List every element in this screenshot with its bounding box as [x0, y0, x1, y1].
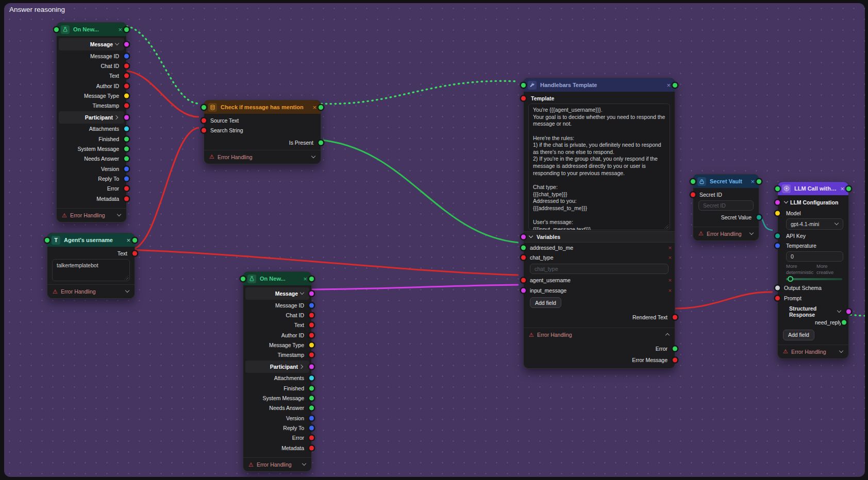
- field-port[interactable]: [309, 386, 314, 390]
- search-string-port[interactable]: [202, 128, 206, 132]
- flow-in-port[interactable]: [775, 186, 780, 191]
- field-port[interactable]: [124, 127, 129, 131]
- error-handling-row[interactable]: ⚠ Error Handling: [204, 150, 321, 164]
- field-port[interactable]: [124, 166, 129, 171]
- field-port[interactable]: [309, 406, 314, 410]
- node-header[interactable]: Check if message has mention ×: [204, 100, 321, 114]
- field-port[interactable]: [124, 136, 129, 141]
- secret-value-port[interactable]: [757, 215, 761, 219]
- error-handling-row[interactable]: ⚠ Error Handling: [243, 457, 311, 471]
- chevron-down-icon[interactable]: [749, 232, 754, 236]
- field-port[interactable]: [309, 353, 314, 357]
- wire-text-agentusername[interactable]: [130, 250, 519, 275]
- flow-out-port[interactable]: [319, 105, 323, 110]
- chat-type-input[interactable]: [530, 264, 669, 274]
- field-port[interactable]: [124, 42, 129, 47]
- field-port[interactable]: [309, 333, 314, 337]
- flow-out-port[interactable]: [132, 238, 137, 243]
- node-agent-username[interactable]: T Agent's username × Text talkertemplate…: [47, 233, 135, 299]
- flow-out-port[interactable]: [846, 186, 851, 191]
- structured-response-port[interactable]: [846, 310, 851, 314]
- error-handling-row[interactable]: ⚠ Error Handling: [57, 208, 126, 222]
- field-port[interactable]: [124, 157, 129, 161]
- flow-out-port[interactable]: [309, 277, 314, 281]
- flow-out-port[interactable]: [124, 27, 129, 32]
- api-key-port[interactable]: [775, 233, 780, 238]
- node-check-mention[interactable]: Check if message has mention × Source Te…: [204, 100, 321, 164]
- field-port[interactable]: [309, 445, 314, 450]
- close-icon[interactable]: ×: [750, 178, 755, 185]
- variables-port[interactable]: [521, 235, 526, 239]
- add-field-button[interactable]: Add field: [783, 330, 814, 340]
- wire-flow-check-handlebars[interactable]: [316, 81, 519, 104]
- node-llm-call[interactable]: LLM Call with St... × LLM Configuration …: [777, 181, 849, 359]
- close-icon[interactable]: ×: [312, 104, 316, 111]
- field-port[interactable]: [309, 313, 314, 317]
- field-port[interactable]: [124, 176, 129, 181]
- node-header[interactable]: LLM Call with St... ×: [778, 182, 848, 195]
- wire-text-searchstring[interactable]: [130, 128, 199, 250]
- add-field-button[interactable]: Add field: [530, 297, 561, 308]
- error-message-port[interactable]: [673, 358, 677, 363]
- delete-variable-icon[interactable]: ×: [669, 277, 672, 283]
- field-port[interactable]: [124, 186, 129, 191]
- field-port[interactable]: [124, 147, 129, 151]
- field-port[interactable]: [309, 425, 314, 430]
- close-icon[interactable]: ×: [303, 276, 307, 282]
- flow-in-port[interactable]: [202, 105, 206, 110]
- field-port[interactable]: [309, 436, 314, 440]
- chevron-down-icon[interactable]: [529, 235, 533, 239]
- llm-config-port[interactable]: [775, 200, 780, 205]
- wire-message-inputmessage[interactable]: [307, 285, 519, 289]
- field-port[interactable]: [309, 342, 314, 347]
- wire-renderedtext-prompt[interactable]: [671, 292, 773, 308]
- flow-in-port[interactable]: [521, 83, 526, 88]
- chevron-down-icon[interactable]: [837, 310, 841, 314]
- error-handling-row[interactable]: ⚠ Error Handling: [524, 328, 675, 341]
- delete-variable-icon[interactable]: ×: [669, 245, 672, 251]
- delete-variable-icon[interactable]: ×: [669, 254, 672, 261]
- field-port[interactable]: [124, 104, 129, 108]
- chat-type-port[interactable]: [521, 255, 526, 260]
- wire-text-sourcetext[interactable]: [122, 71, 199, 117]
- rendered-text-port[interactable]: [673, 315, 677, 319]
- is-present-port[interactable]: [319, 141, 323, 145]
- chevron-down-icon[interactable]: [125, 289, 129, 294]
- flow-out-port[interactable]: [757, 179, 761, 184]
- flow-canvas[interactable]: Answer reasoning On New... × Message: [4, 3, 865, 477]
- model-port[interactable]: [775, 211, 780, 215]
- flow-in-port[interactable]: [241, 277, 245, 281]
- source-text-port[interactable]: [202, 118, 206, 123]
- error-handling-row[interactable]: ⚠ Error Handling: [693, 227, 759, 241]
- delete-variable-icon[interactable]: ×: [669, 287, 672, 294]
- chevron-up-icon[interactable]: [665, 333, 670, 337]
- username-textarea[interactable]: talkertemplatebot: [52, 259, 130, 281]
- structured-response-row[interactable]: Structured Response: [778, 306, 848, 317]
- chevron-down-icon[interactable]: [311, 155, 315, 159]
- flow-in-port[interactable]: [54, 27, 59, 32]
- chevron-icon[interactable]: [300, 292, 304, 296]
- error-handling-row[interactable]: ⚠ Error Handling: [778, 345, 848, 358]
- variables-section-header[interactable]: Variables: [524, 231, 675, 243]
- node-handlebars-template[interactable]: Handlebars Template × Template You're {{…: [523, 78, 675, 369]
- template-port[interactable]: [521, 96, 526, 101]
- flow-in-port[interactable]: [691, 179, 695, 184]
- field-port[interactable]: [309, 323, 314, 328]
- field-port[interactable]: [124, 93, 129, 98]
- chevron-down-icon[interactable]: [784, 200, 788, 204]
- temperature-slider[interactable]: [786, 278, 842, 280]
- node-header[interactable]: T Agent's username ×: [47, 233, 135, 247]
- output-schema-port[interactable]: [775, 286, 780, 290]
- need-reply-port[interactable]: [842, 320, 846, 324]
- chevron-down-icon[interactable]: [839, 350, 843, 354]
- field-port[interactable]: [309, 396, 314, 401]
- field-port[interactable]: [124, 74, 129, 78]
- field-port[interactable]: [309, 292, 314, 296]
- field-port[interactable]: [124, 54, 129, 58]
- input-message-port[interactable]: [521, 288, 526, 293]
- error-port[interactable]: [673, 347, 677, 351]
- wire-ispresent-addressedtome[interactable]: [316, 140, 519, 243]
- close-icon[interactable]: ×: [840, 185, 844, 192]
- node-header[interactable]: On New... ×: [57, 23, 126, 36]
- chevron-down-icon[interactable]: [117, 213, 121, 217]
